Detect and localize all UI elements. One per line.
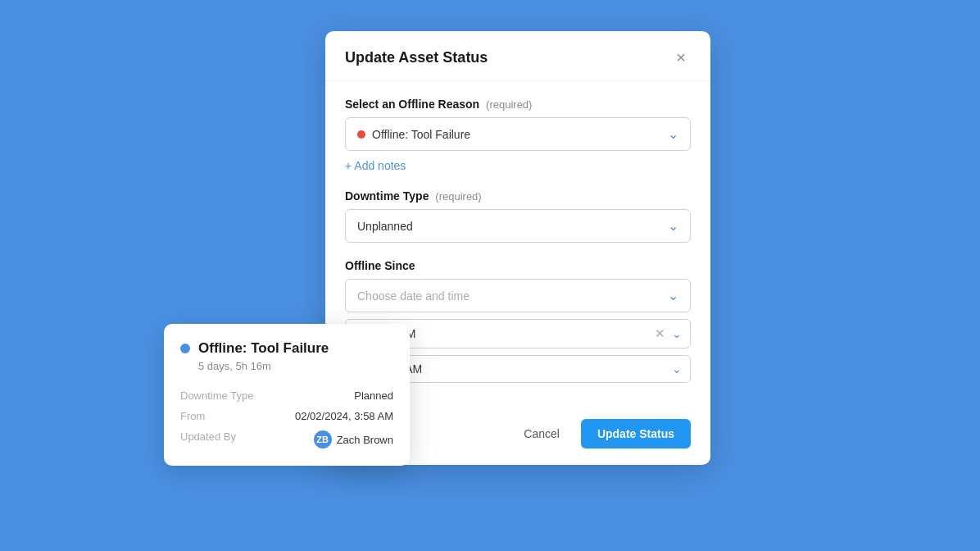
offline-since-placeholder: Choose date and time — [357, 289, 470, 303]
offline-reason-select[interactable]: Offline: Tool Failure ⌄ — [345, 117, 691, 151]
downtime-type-required: (required) — [435, 190, 481, 203]
modal-header: Update Asset Status × — [325, 31, 710, 81]
modal-title: Update Asset Status — [345, 49, 488, 66]
blue-dot-icon — [180, 344, 190, 353]
cancel-button[interactable]: Cancel — [510, 419, 573, 449]
offline-since-label: Offline Since — [345, 259, 691, 272]
avatar: ZB — [314, 430, 332, 449]
add-notes-link[interactable]: + Add notes — [345, 159, 406, 172]
info-row-value-downtime: Planned — [354, 389, 393, 402]
offline-reason-label: Select an Offline Reason (required) — [345, 98, 691, 111]
offline-reason-chevron-icon: ⌄ — [668, 126, 678, 142]
info-row-from: From 02/02/2024, 3:58 AM — [180, 406, 393, 426]
info-row-downtime: Downtime Type Planned — [180, 385, 393, 406]
info-row-label-updated-by: Updated By — [180, 430, 236, 449]
info-row-label-downtime: Downtime Type — [180, 389, 253, 402]
info-row-label-from: From — [180, 410, 205, 422]
red-dot-icon — [357, 130, 365, 139]
time-value-2: 12:00 AM — [374, 362, 669, 376]
downtime-type-section: Downtime Type (required) Unplanned ⌄ — [345, 189, 691, 243]
offline-reason-value: Offline: Tool Failure — [357, 128, 470, 141]
update-status-button[interactable]: Update Status — [581, 419, 691, 449]
time-clear-button-1[interactable]: ✕ — [651, 326, 669, 341]
info-row-updated-by: Updated By ZB Zach Brown — [180, 426, 393, 453]
downtime-type-chevron-icon: ⌄ — [668, 218, 678, 234]
offline-since-chevron-icon: ⌄ — [668, 288, 678, 303]
offline-since-select[interactable]: Choose date and time ⌄ — [345, 279, 691, 312]
close-button[interactable]: × — [671, 48, 691, 67]
time-value-1: 3:58 AM — [374, 327, 651, 340]
time-chevron-icon-2: ⌄ — [672, 362, 682, 376]
info-row-value-from: 02/02/2024, 3:58 AM — [295, 410, 393, 422]
downtime-type-label: Downtime Type (required) — [345, 189, 691, 203]
info-card: Offline: Tool Failure 5 days, 5h 16m Dow… — [164, 324, 410, 466]
downtime-type-select[interactable]: Unplanned ⌄ — [345, 209, 691, 243]
info-row-value-updated-by: ZB Zach Brown — [314, 430, 393, 449]
info-card-duration: 5 days, 5h 16m — [198, 360, 393, 372]
info-card-title: Offline: Tool Failure — [180, 340, 393, 357]
time-chevron-icon-1: ⌄ — [672, 327, 682, 340]
offline-reason-section: Select an Offline Reason (required) Offl… — [345, 98, 691, 173]
offline-reason-required: (required) — [486, 98, 532, 111]
downtime-type-value: Unplanned — [357, 220, 413, 233]
